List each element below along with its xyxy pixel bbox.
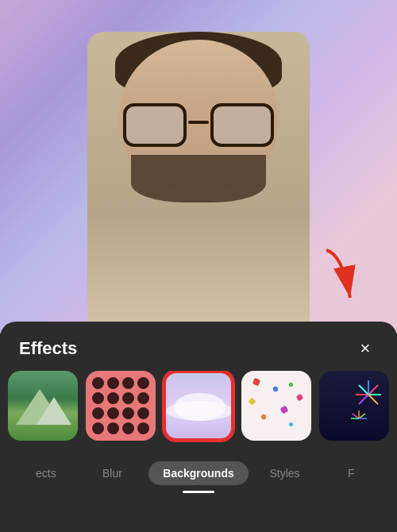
grid-dots (86, 371, 156, 441)
confetti-piece (249, 398, 256, 406)
grid-dot (122, 407, 134, 419)
tab-backgrounds-pill: Backgrounds (148, 461, 248, 485)
tab-effects[interactable]: ects (13, 458, 79, 488)
grid-dot (122, 377, 134, 389)
effects-title: Effects (19, 338, 77, 359)
confetti-piece (272, 386, 278, 391)
tab-more[interactable]: F (318, 458, 384, 488)
grid-dot (107, 377, 119, 389)
effects-header: Effects × (0, 322, 397, 371)
svg-line-4 (368, 395, 378, 404)
tab-more-label: F (348, 467, 355, 480)
fireworks-svg (319, 371, 389, 441)
grid-dot (122, 422, 134, 434)
svg-line-2 (368, 385, 378, 395)
person-silhouette (64, 0, 333, 333)
svg-line-9 (359, 414, 365, 418)
glasses (123, 103, 274, 147)
person-beard (131, 155, 266, 202)
grid-dot (137, 407, 149, 419)
grid-dot (92, 377, 104, 389)
grid-dot (92, 407, 104, 419)
thumbnail-sky-selected[interactable] (164, 371, 233, 441)
confetti-piece (288, 422, 294, 427)
confetti-piece (280, 406, 289, 414)
tab-styles[interactable]: Styles (252, 458, 318, 488)
tabs-row: ects Blur Backgrounds Styles F (0, 453, 397, 493)
video-preview (0, 0, 397, 333)
confetti-piece (288, 382, 294, 387)
grid-dot (107, 392, 119, 404)
grid-dot (92, 392, 104, 404)
person-body (87, 32, 310, 333)
thumbnail-mountain[interactable] (8, 371, 78, 441)
svg-line-5 (359, 395, 368, 404)
close-button[interactable]: × (353, 336, 378, 361)
tab-styles-label: Styles (270, 467, 300, 480)
confetti-piece (252, 378, 260, 386)
tab-blur-label: Blur (102, 467, 122, 480)
grid-dot (92, 422, 104, 434)
thumbnail-fireworks[interactable] (319, 371, 389, 441)
grid-dot (137, 422, 149, 434)
grid-dot (122, 392, 134, 404)
effects-panel: Effects × (0, 322, 397, 532)
glasses-left (123, 103, 187, 147)
person-head (119, 40, 278, 191)
tab-effects-label: ects (36, 467, 56, 480)
tab-backgrounds-label: Backgrounds (163, 467, 233, 480)
svg-line-11 (353, 414, 359, 418)
grid-dot (107, 422, 119, 434)
thumbnail-confetti[interactable]: .cp1 { width:8px;height:8px;background:#… (241, 371, 311, 441)
glasses-right (210, 103, 274, 147)
thumbnail-pink-grid[interactable] (86, 371, 156, 441)
svg-line-7 (359, 385, 368, 395)
tab-blur[interactable]: Blur (79, 458, 146, 488)
grid-dot (137, 392, 149, 404)
glasses-bridge (188, 121, 209, 124)
confetti-piece (260, 414, 266, 419)
tab-backgrounds[interactable]: Backgrounds (145, 453, 251, 493)
grid-dot (107, 407, 119, 419)
confetti-piece (296, 394, 304, 402)
grid-dot (137, 377, 149, 389)
thumbnails-row: .cp1 { width:8px;height:8px;background:#… (0, 371, 397, 453)
